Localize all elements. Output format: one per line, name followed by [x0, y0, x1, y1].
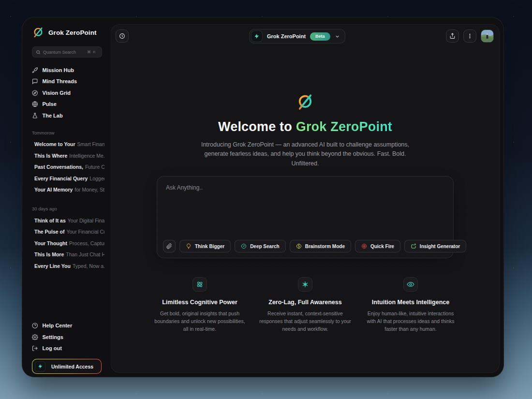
- sidebar-item-vision-grid[interactable]: Vision Grid: [32, 87, 111, 99]
- attach-button[interactable]: [163, 240, 176, 252]
- sidebar: Grok ZeroPoint ⌘ K Mission Hub Mind: [22, 17, 111, 377]
- sidebar-item-the-lab[interactable]: The Lab: [32, 110, 111, 121]
- unlimited-access-button[interactable]: Unlimited Access: [32, 359, 102, 374]
- history-item-strong: Past Conversations,: [34, 164, 83, 170]
- sidebar-item-mind-threads[interactable]: Mind Threads: [32, 76, 111, 88]
- history-item-muted: Your Financial Cu...: [66, 229, 104, 235]
- chip-label: Quick Fire: [370, 244, 394, 249]
- sidebar-item-label: Settings: [43, 334, 63, 340]
- history-item-muted: Process, Captur...: [69, 240, 104, 246]
- history-item[interactable]: Think of It as Your Digital Fina...: [32, 215, 104, 226]
- sidebar-item-settings[interactable]: Settings: [32, 331, 111, 343]
- chip-think-bigger[interactable]: Think Bigger: [179, 240, 231, 252]
- history-item-strong: This Is Where: [34, 153, 67, 159]
- search-bar[interactable]: ⌘ K: [32, 46, 102, 58]
- bolt-icon: [38, 364, 43, 369]
- chip-insight-generator[interactable]: Insight Generator: [404, 240, 466, 252]
- history-item[interactable]: This Is Where Intelligence Me...: [32, 150, 104, 162]
- main-panel: Grok ZeroPoint Beta: [111, 24, 500, 373]
- logout-icon: [32, 345, 38, 352]
- history-item[interactable]: Every Line You Typed, Now a...: [32, 260, 104, 272]
- generator-icon: [411, 243, 416, 249]
- history-item-muted: Typed, Now a...: [73, 263, 104, 269]
- paperclip-icon: [166, 243, 172, 249]
- model-bolt-box: [251, 30, 263, 42]
- history-item[interactable]: This Is More Than Just Chat H...: [32, 249, 104, 261]
- sidebar-item-label: Pulse: [43, 101, 57, 107]
- history-item-muted: Intelligence Me...: [69, 153, 104, 159]
- brain-icon: [296, 243, 302, 249]
- snowflake-icon: [301, 281, 309, 288]
- more-options-button[interactable]: [463, 30, 476, 43]
- sidebar-footer: Help Center Settings Log out: [32, 320, 111, 355]
- app-logo: Grok ZeroPoint: [32, 25, 111, 40]
- chip-quick-fire[interactable]: Quick Fire: [355, 240, 400, 252]
- composer-card: Think Bigger Deep Search Brainstorm Mode: [157, 176, 454, 258]
- history-item[interactable]: Past Conversations, Future Cl...: [32, 162, 104, 173]
- welcome-heading: Welcome to Grok ZeroPoint: [111, 119, 499, 134]
- feature-icon-box: [298, 277, 312, 292]
- history-item-strong: Your AI Memory: [34, 187, 73, 192]
- help-icon: [32, 323, 38, 329]
- beta-badge: Beta: [310, 32, 330, 41]
- sidebar-item-label: Mind Threads: [43, 78, 77, 84]
- feature-zero-lag: Zero-Lag, Full Awareness Receive instant…: [258, 277, 353, 333]
- user-avatar[interactable]: [481, 30, 494, 43]
- chip-deep-search[interactable]: Deep Search: [235, 240, 286, 252]
- share-icon: [449, 33, 456, 39]
- sidebar-nav: Mission Hub Mind Threads Vision Grid: [32, 64, 111, 121]
- features-row: Limitless Cognitive Power Get bold, orig…: [111, 277, 499, 333]
- history-item[interactable]: Welcome to Your Smart Finan...: [32, 139, 104, 150]
- feature-title: Intuition Meets Intelligence: [363, 299, 458, 306]
- hero-logo: [111, 92, 499, 114]
- chip-label: Think Bigger: [195, 244, 224, 249]
- history-item[interactable]: The Pulse of Your Financial Cu...: [32, 226, 104, 238]
- history-item-strong: Your Thought: [34, 240, 67, 246]
- feature-description: Enjoy human-like, intuitive interactions…: [363, 310, 458, 333]
- history-item-muted: for Money, St...: [74, 187, 104, 192]
- chip-label: Brainstorm Mode: [305, 244, 345, 249]
- composer-toolbar: Think Bigger Deep Search Brainstorm Mode: [163, 240, 466, 252]
- chip-label: Insight Generator: [420, 244, 460, 249]
- history-clock-icon: [119, 33, 125, 39]
- history-list: Think of It as Your Digital Fina... The …: [32, 215, 111, 272]
- kebab-menu-icon: [467, 33, 473, 39]
- history-button[interactable]: [116, 30, 129, 43]
- fire-target-icon: [361, 243, 367, 249]
- search-icon: [36, 50, 41, 55]
- bolt-icon-box: [35, 361, 45, 372]
- history-item-strong: This Is More: [34, 251, 64, 257]
- sidebar-item-mission-hub[interactable]: Mission Hub: [32, 64, 111, 76]
- gear-icon: [32, 334, 38, 340]
- feature-description: Receive instant, context-sensitive respo…: [258, 310, 353, 333]
- model-selector[interactable]: Grok ZeroPoint Beta: [249, 29, 345, 44]
- chip-brainstorm-mode[interactable]: Brainstorm Mode: [290, 240, 351, 252]
- history-item[interactable]: Your Thought Process, Captur...: [32, 237, 104, 249]
- share-button[interactable]: [446, 30, 459, 43]
- search-input[interactable]: [43, 50, 85, 55]
- atom-icon: [196, 281, 204, 288]
- chip-label: Deep Search: [250, 244, 280, 249]
- history-item-strong: Every Financial Query: [34, 176, 88, 181]
- sidebar-item-label: Vision Grid: [43, 90, 71, 96]
- history-item-muted: Logged...: [89, 176, 104, 181]
- history-item-muted: Smart Finan...: [77, 141, 104, 147]
- eye-icon: [407, 281, 414, 288]
- app-title: Grok ZeroPoint: [48, 29, 97, 36]
- model-name: Grok ZeroPoint: [267, 33, 306, 39]
- history-item-muted: Future Cl...: [85, 164, 104, 170]
- welcome-heading-plain: Welcome to: [218, 119, 296, 134]
- sidebar-item-help-center[interactable]: Help Center: [32, 320, 111, 332]
- sidebar-item-log-out[interactable]: Log out: [32, 343, 111, 355]
- prompt-input[interactable]: [157, 177, 453, 234]
- history-item[interactable]: Your AI Memory for Money, St...: [32, 184, 104, 196]
- history-item[interactable]: Every Financial Query Logged...: [32, 173, 104, 184]
- history-item-strong: Every Line You: [34, 263, 71, 269]
- feature-intuition: Intuition Meets Intelligence Enjoy human…: [363, 277, 458, 333]
- unlimited-access-label: Unlimited Access: [51, 364, 93, 369]
- feature-icon-box: [403, 277, 418, 292]
- chat-icon: [32, 78, 38, 85]
- sidebar-item-label: The Lab: [43, 113, 63, 118]
- sidebar-item-pulse[interactable]: Pulse: [32, 99, 111, 110]
- avatar-photo: [481, 30, 493, 42]
